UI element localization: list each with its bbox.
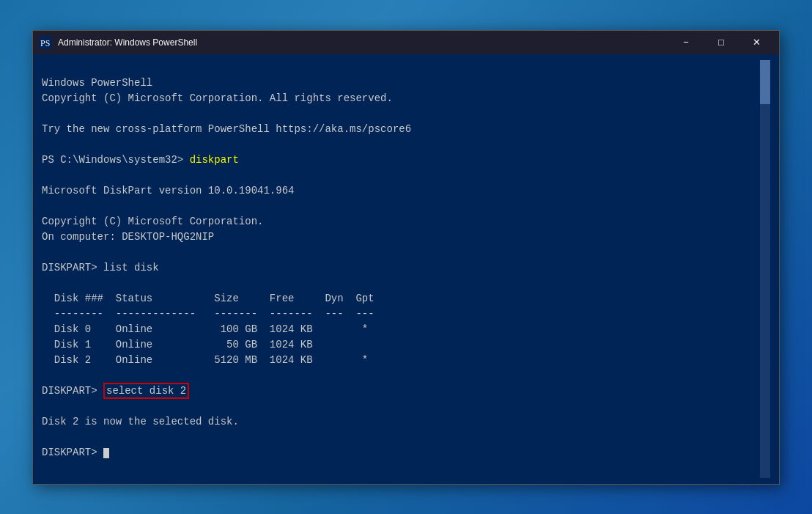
maximize-button[interactable]: □	[704, 32, 738, 53]
scrollbar-thumb[interactable]	[760, 60, 770, 104]
command-select-disk: select disk 2	[103, 383, 189, 399]
cursor	[103, 448, 109, 458]
titlebar: PS Administrator: Windows PowerShell − □…	[33, 31, 779, 54]
close-button[interactable]: ✕	[739, 32, 773, 53]
terminal-body[interactable]: Windows PowerShell Copyright (C) Microso…	[33, 54, 779, 484]
terminal-content: Windows PowerShell Copyright (C) Microso…	[42, 60, 760, 478]
scrollbar[interactable]	[760, 60, 770, 478]
line-1: Windows PowerShell Copyright (C) Microso…	[42, 76, 760, 460]
command-diskpart: diskpart	[190, 154, 239, 166]
titlebar-title: Administrator: Windows PowerShell	[58, 37, 669, 48]
minimize-button[interactable]: −	[669, 32, 703, 53]
titlebar-icon: PS	[39, 36, 52, 49]
powershell-window: PS Administrator: Windows PowerShell − □…	[32, 30, 780, 485]
titlebar-buttons: − □ ✕	[669, 32, 773, 53]
svg-text:PS: PS	[40, 38, 50, 48]
